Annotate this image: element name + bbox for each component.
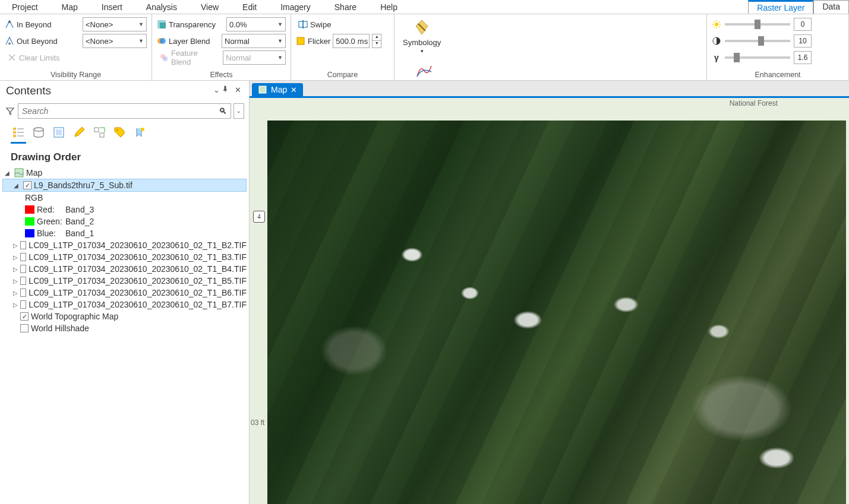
list-by-editing-tab[interactable] xyxy=(72,126,86,139)
layer-checkbox[interactable] xyxy=(20,300,26,309)
pane-close-button[interactable]: ✕ xyxy=(232,85,243,96)
list-by-perceptual-tab[interactable] xyxy=(133,126,146,139)
green-channel-label: Green: xyxy=(37,217,63,226)
layer-checkbox[interactable] xyxy=(20,289,26,297)
map-tab-close-button[interactable]: ✕ xyxy=(291,85,297,94)
svg-point-5 xyxy=(163,56,168,61)
context-tab-raster-layer[interactable]: Raster Layer xyxy=(748,0,813,14)
in-beyond-label: In Beyond xyxy=(17,20,52,29)
svg-rect-39 xyxy=(100,133,104,137)
red-swatch xyxy=(25,205,34,214)
world-topo-checkbox[interactable] xyxy=(20,312,29,321)
list-by-selection-tab[interactable] xyxy=(52,126,65,139)
layer-checkbox[interactable] xyxy=(20,241,26,249)
layer-label[interactable]: LC09_L1TP_017034_20230610_20230610_02_T1… xyxy=(29,252,247,262)
contrast-slider[interactable] xyxy=(725,40,790,42)
brightness-value[interactable]: 0 xyxy=(794,18,812,31)
clear-limits-button[interactable]: Clear Limits xyxy=(5,52,62,64)
pane-pin-button[interactable] xyxy=(222,85,232,96)
map-view-tab[interactable]: Map ✕ xyxy=(252,83,303,96)
search-icon[interactable]: 🔍︎ xyxy=(219,106,227,116)
selected-layer-label[interactable]: L9_Bands2thru7_5_Sub.tif xyxy=(34,180,132,190)
menu-insert[interactable]: Insert xyxy=(90,1,134,14)
swipe-button[interactable]: Swipe xyxy=(296,18,333,30)
contents-pane: Contents ⌄ ✕ 🔍︎ ⌄ Drawing Order ◢ xyxy=(0,81,250,504)
layer-toggle[interactable]: ▷ xyxy=(13,254,18,261)
list-by-snapping-tab[interactable] xyxy=(93,126,106,139)
menu-imagery[interactable]: Imagery xyxy=(269,1,323,14)
svg-point-35 xyxy=(34,128,43,131)
flicker-icon xyxy=(296,36,305,46)
swipe-icon xyxy=(298,20,308,29)
pane-menu-button[interactable]: ⌄ xyxy=(211,85,222,96)
contents-title: Contents xyxy=(6,84,211,97)
menu-project[interactable]: Project xyxy=(0,1,50,14)
in-beyond-combo[interactable]: <None>▼ xyxy=(83,17,147,31)
blue-channel-label: Blue: xyxy=(37,229,63,238)
gamma-value[interactable]: 1.6 xyxy=(794,51,812,64)
flicker-up-button[interactable]: ▲ xyxy=(373,34,381,41)
svg-rect-45 xyxy=(259,86,266,93)
layer-checkbox[interactable] xyxy=(20,277,26,285)
menu-edit[interactable]: Edit xyxy=(231,1,269,14)
layer-blend-combo[interactable]: Normal▼ xyxy=(222,34,286,48)
layer-checkbox[interactable] xyxy=(20,253,26,261)
map-area: Map ✕ National Forest New River Trail 03… xyxy=(250,81,849,504)
gamma-slider[interactable] xyxy=(725,56,790,59)
flicker-down-button[interactable]: ▼ xyxy=(373,41,381,47)
blue-band-label: Band_1 xyxy=(65,229,94,238)
green-band-label: Band_2 xyxy=(65,217,94,226)
layer-label[interactable]: LC09_L1TP_017034_20230610_20230610_02_T1… xyxy=(29,240,247,250)
layer-toggle[interactable]: ▷ xyxy=(13,278,18,284)
green-swatch xyxy=(25,217,34,226)
world-hillshade-label[interactable]: World Hillshade xyxy=(31,324,89,333)
brightness-icon xyxy=(712,20,721,29)
map-tab-icon xyxy=(258,85,267,94)
symbology-button[interactable]: Symbology▾ xyxy=(399,17,444,55)
list-by-source-tab[interactable] xyxy=(32,126,45,139)
flicker-value-input[interactable]: 500.0ms xyxy=(333,34,370,48)
selected-layer-checkbox[interactable] xyxy=(23,181,31,189)
map-root-label[interactable]: Map xyxy=(26,168,42,177)
map-expand-toggle[interactable]: ◢ xyxy=(5,170,12,176)
menu-help[interactable]: Help xyxy=(368,1,409,14)
list-by-labeling-tab[interactable] xyxy=(113,126,126,139)
menu-view[interactable]: View xyxy=(189,1,231,14)
world-topo-label[interactable]: World Topographic Map xyxy=(31,312,118,321)
brightness-slider[interactable] xyxy=(725,23,790,26)
filter-icon[interactable] xyxy=(5,106,15,116)
contrast-value[interactable]: 10 xyxy=(794,34,812,47)
search-options-button[interactable]: ⌄ xyxy=(233,103,244,119)
menu-analysis[interactable]: Analysis xyxy=(134,1,189,14)
effects-group-label: Effects xyxy=(157,69,286,80)
contents-search-input[interactable]: 🔍︎ xyxy=(18,103,231,119)
list-by-drawing-order-tab[interactable] xyxy=(12,126,25,139)
drawing-order-heading: Drawing Order xyxy=(2,148,247,167)
layer-toggle[interactable]: ▷ xyxy=(13,266,18,272)
layer-toggle[interactable]: ▷ xyxy=(13,290,18,296)
map-icon xyxy=(14,168,24,177)
menu-share[interactable]: Share xyxy=(323,1,368,14)
symbology-icon xyxy=(412,18,431,37)
out-beyond-combo[interactable]: <None>▼ xyxy=(83,34,147,48)
context-tab-data[interactable]: Data xyxy=(813,0,849,14)
layer-label[interactable]: LC09_L1TP_017034_20230610_20230610_02_T1… xyxy=(29,264,247,274)
layer-checkbox[interactable] xyxy=(20,265,26,273)
layer-toggle[interactable]: ▷ xyxy=(13,242,18,249)
world-hillshade-checkbox[interactable] xyxy=(20,324,29,332)
satellite-raster-image xyxy=(267,121,846,504)
map-canvas[interactable]: National Forest New River Trail 03 ft 81… xyxy=(250,96,849,504)
route-460-label: 4 xyxy=(253,211,265,223)
svg-point-43 xyxy=(141,128,144,131)
layer-label[interactable]: LC09_L1TP_017034_20230610_20230610_02_T1… xyxy=(29,276,247,286)
transparency-input[interactable]: 0.0%▼ xyxy=(226,17,286,31)
layer-toggle[interactable]: ▷ xyxy=(13,302,18,308)
layer-label[interactable]: LC09_L1TP_017034_20230610_20230610_02_T1… xyxy=(29,288,247,297)
selected-layer-toggle[interactable]: ◢ xyxy=(14,182,21,189)
gamma-icon: γ xyxy=(712,53,721,62)
menu-map[interactable]: Map xyxy=(50,1,90,14)
svg-rect-1 xyxy=(160,23,166,28)
layer-label[interactable]: LC09_L1TP_017034_20230610_20230610_02_T1… xyxy=(29,300,247,309)
feature-blend-button: Feature Blend xyxy=(157,47,220,68)
feature-blend-combo: Normal▼ xyxy=(223,50,286,65)
